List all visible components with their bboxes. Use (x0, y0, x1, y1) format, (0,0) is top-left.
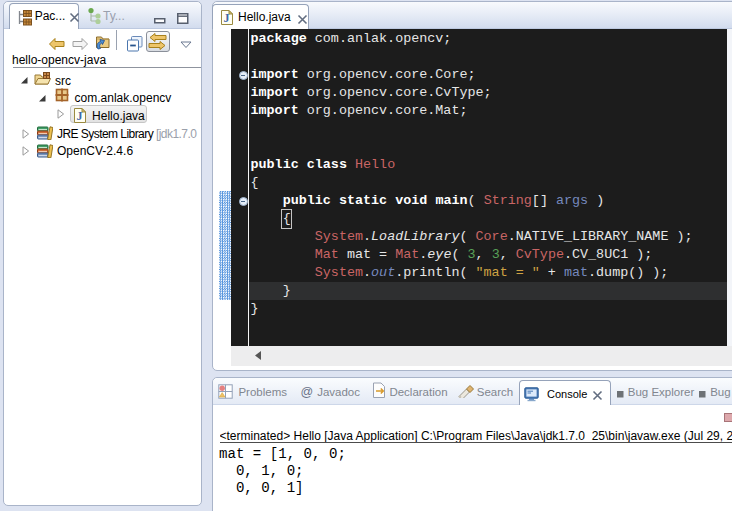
svg-text:J: J (77, 109, 83, 123)
svg-text:J: J (224, 11, 230, 25)
